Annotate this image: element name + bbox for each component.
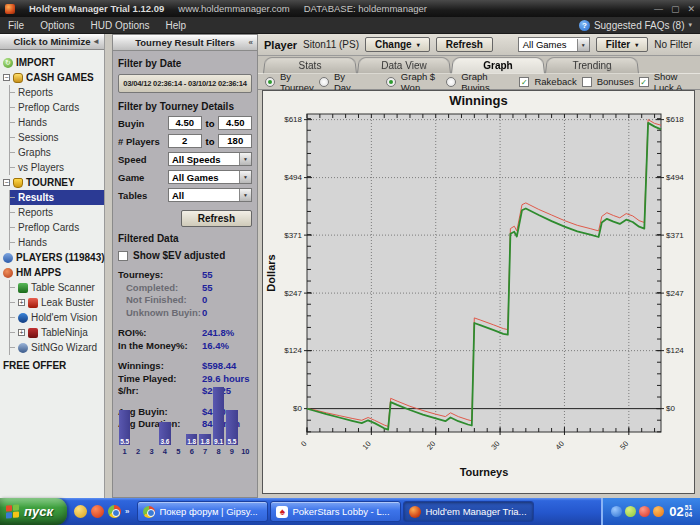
suggested-faqs[interactable]: ? Suggested FAQs (8) ▾ (579, 20, 700, 31)
caret-down-icon: ▾ (635, 41, 638, 48)
sidebar-item-tourney-preflop-cards[interactable]: Preflop Cards (10, 220, 104, 235)
histogram-bar: 5.5 (119, 410, 130, 445)
menu-file[interactable]: File (0, 20, 32, 31)
histogram-category-label: 8 (212, 447, 225, 456)
speed-select[interactable]: All Speeds ▼ (168, 152, 252, 166)
quicklaunch-icon-1[interactable] (74, 505, 87, 518)
sidebar-minimize-header[interactable]: Click to Minimize ◄ (0, 34, 104, 50)
show-luck-checkbox[interactable]: ✓ (639, 77, 649, 87)
histogram-category-label: 10 (239, 447, 252, 456)
speed-label: Speed (118, 154, 164, 165)
sidebar-item-tourney-results[interactable]: Results (10, 190, 104, 205)
filters-header[interactable]: Tourney Result Filters « (113, 35, 257, 51)
change-player-button[interactable]: Change ▾ (365, 37, 430, 52)
sidebar-item-tableninja[interactable]: +TableNinja (10, 325, 104, 340)
sidebar-item-holdem-vision[interactable]: Hold'em Vision (10, 310, 104, 325)
sidebar-item-cash-graphs[interactable]: Graphs (10, 145, 104, 160)
tab-stats[interactable]: Stats (263, 57, 357, 73)
sidebar-item-tourney-hands[interactable]: Hands (10, 235, 104, 250)
expand-icon[interactable]: + (18, 329, 25, 336)
tray-icon-2[interactable] (625, 506, 636, 517)
sidebar-item-sitngo-wizard[interactable]: SitNGo Wizard (10, 340, 104, 355)
quicklaunch-icon-2[interactable] (91, 505, 104, 518)
by-tourney-radio[interactable] (265, 77, 275, 87)
start-button[interactable]: пуск (0, 498, 67, 525)
graph-won-radio[interactable] (386, 77, 396, 87)
maximize-icon[interactable]: ▢ (671, 4, 680, 14)
date-range-button[interactable]: 03/04/12 02:36:14 - 03/10/12 02:36:14 (118, 74, 252, 93)
tray-icon-4[interactable] (653, 506, 664, 517)
no-filter-label: No Filter (654, 39, 694, 50)
sidebar-item-cash-preflop-cards[interactable]: Preflop Cards (10, 100, 104, 115)
filters-title: Tourney Result Filters (135, 37, 235, 48)
buyin-label: Buyin (118, 118, 164, 129)
ev-adjusted-row[interactable]: Show $EV adjusted (118, 250, 252, 261)
dropdown-icon[interactable]: ▼ (239, 171, 251, 183)
browser-icon[interactable] (108, 505, 121, 518)
menu-options[interactable]: Options (32, 20, 82, 31)
by-day-radio[interactable] (319, 77, 329, 87)
collapse-icon[interactable]: − (3, 74, 10, 81)
dropdown-icon[interactable]: ▼ (577, 39, 589, 51)
player-bar: Player Siton11 (PS) Change ▾ Refresh All… (258, 34, 700, 56)
tab-data-view[interactable]: Data View (357, 57, 451, 73)
tray-icon-1[interactable] (611, 506, 622, 517)
taskbar-button-pokerstars[interactable]: ♠ PokerStars Lobby - L... (270, 501, 401, 522)
all-games-select[interactable]: All Games ▼ (518, 37, 590, 52)
bonuses-checkbox[interactable] (582, 77, 592, 87)
close-icon[interactable]: ✕ (687, 4, 695, 14)
sidebar-item-tourney[interactable]: − TOURNEY (3, 175, 104, 190)
buyin-from-input[interactable]: 4.50 (168, 116, 202, 130)
sidebar-item-table-scanner[interactable]: Table Scanner (10, 280, 104, 295)
sidebar-item-tourney-reports[interactable]: Reports (10, 205, 104, 220)
taskbar-button-poker-forum[interactable]: Покер форум | Gipsy... (137, 501, 268, 522)
refresh-button[interactable]: Refresh (436, 37, 493, 52)
ev-checkbox[interactable] (118, 251, 128, 261)
players-from-input[interactable]: 2 (168, 134, 202, 148)
system-tray: 02 51 04 (601, 498, 700, 525)
graph-buyins-radio[interactable] (446, 77, 456, 87)
minimize-icon[interactable]: — (654, 4, 663, 14)
menu-help[interactable]: Help (158, 20, 195, 31)
tray-icon-3[interactable] (639, 506, 650, 517)
svg-text:$371: $371 (284, 231, 302, 240)
filter-button[interactable]: Filter ▾ (596, 37, 648, 52)
buyin-to-input[interactable]: 4.50 (218, 116, 252, 130)
sidebar-item-leak-buster[interactable]: +Leak Buster (10, 295, 104, 310)
collapse-icon[interactable]: − (3, 179, 10, 186)
sidebar-item-cash-hands[interactable]: Hands (10, 115, 104, 130)
clock: 02 51 04 (669, 504, 692, 519)
svg-text:$124: $124 (666, 346, 684, 355)
sidebar-item-cash-sessions[interactable]: Sessions (10, 130, 104, 145)
histogram-slot: 9.1 (212, 383, 225, 445)
sidebar-item-import[interactable]: ↻ IMPORT (3, 55, 104, 70)
sidebar-item-players[interactable]: PLAYERS (119843) (3, 250, 104, 265)
game-select[interactable]: All Games ▼ (168, 170, 252, 184)
chevron-right-icon[interactable]: » (125, 507, 129, 516)
expand-icon[interactable]: + (18, 299, 25, 306)
taskbar-button-holdem-manager[interactable]: Hold'em Manager Tria... (403, 501, 534, 522)
dropdown-icon[interactable]: ▼ (239, 153, 251, 165)
sidebar-item-cash-reports[interactable]: Reports (10, 85, 104, 100)
tables-select[interactable]: All ▼ (168, 188, 252, 202)
histogram-slot: 1.8 (185, 383, 198, 445)
players-to-input[interactable]: 180 (218, 134, 252, 148)
stat-row: Unknown Buyin:0 (118, 307, 252, 320)
item-label: Hold'em Vision (31, 312, 97, 323)
histogram-category-label: 9 (225, 447, 238, 456)
game-value: All Games (172, 172, 218, 183)
histogram-slot (145, 383, 158, 445)
windows-logo-icon (6, 504, 19, 518)
sidebar-item-hm-apps[interactable]: HM APPS (3, 265, 104, 280)
rakeback-checkbox[interactable]: ✓ (519, 77, 529, 87)
filtered-data-label: Filtered Data (118, 233, 252, 244)
dropdown-icon[interactable]: ▼ (239, 189, 251, 201)
menu-hud-options[interactable]: HUD Options (83, 20, 158, 31)
sidebar-item-cash-games[interactable]: − CASH GAMES (3, 70, 104, 85)
quick-launch: » (67, 505, 136, 518)
filter-refresh-button[interactable]: Refresh (181, 210, 252, 227)
tab-graph[interactable]: Graph (451, 57, 545, 73)
sidebar-item-free-offer[interactable]: FREE OFFER (3, 358, 104, 373)
sidebar-item-cash-vs-players[interactable]: vs Players (10, 160, 104, 175)
tab-trending[interactable]: Trending (545, 57, 639, 73)
